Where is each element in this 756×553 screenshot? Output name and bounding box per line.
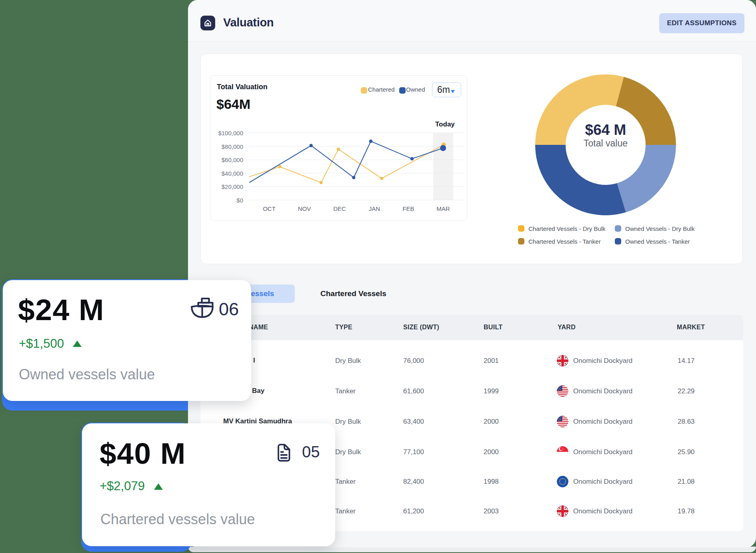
svg-text:MAR: MAR: [436, 205, 450, 212]
svg-text:$0: $0: [236, 197, 243, 204]
svg-text:$100,000: $100,000: [218, 130, 243, 136]
svg-text:$60,000: $60,000: [222, 156, 243, 163]
svg-text:OCT: OCT: [263, 205, 276, 212]
svg-text:$80,000: $80,000: [222, 143, 243, 150]
svg-text:DEC: DEC: [333, 205, 346, 212]
svg-text:$40,000: $40,000: [222, 170, 243, 177]
svg-text:NOV: NOV: [298, 205, 311, 212]
svg-text:Total value: Total value: [584, 138, 628, 148]
svg-text:JAN: JAN: [369, 205, 380, 212]
svg-text:$20,000: $20,000: [222, 183, 243, 190]
svg-text:FEB: FEB: [402, 205, 414, 212]
svg-text:$64 M: $64 M: [585, 122, 626, 138]
